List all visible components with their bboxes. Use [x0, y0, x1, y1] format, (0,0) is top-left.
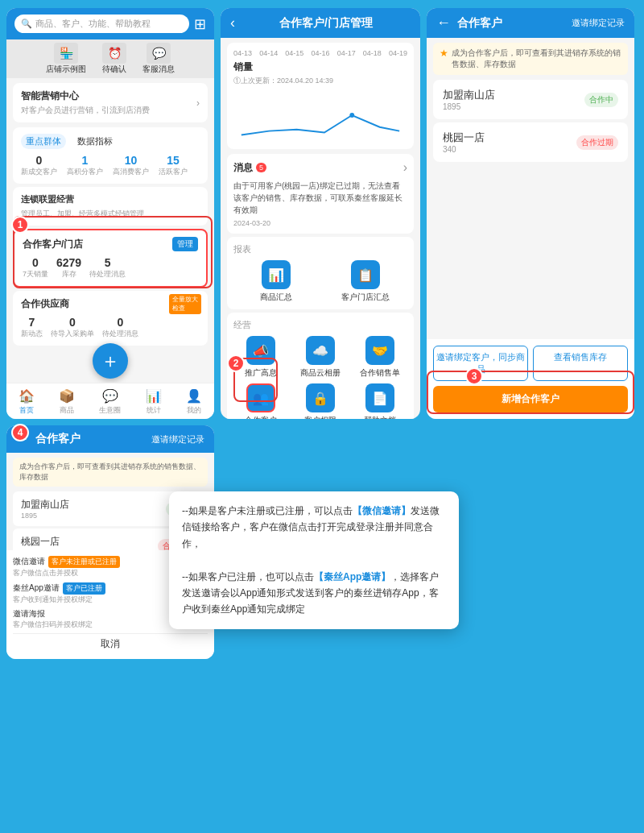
ops-cloud-album[interactable]: ☁️ 商品云相册: [293, 336, 348, 379]
step-badge-1: 1: [11, 216, 29, 234]
supplier-new-label: 新动态: [21, 329, 43, 339]
wechat-invite-sub: 客户微信点击并授权: [13, 568, 120, 578]
panel4-invite-record[interactable]: 邀请绑定记录: [151, 433, 204, 446]
cancel-btn[interactable]: 取消: [13, 633, 208, 654]
metric-new-label: 新成交客户: [21, 167, 57, 177]
home-icon: 🏠: [19, 388, 35, 404]
partner-sales-num: 0: [23, 256, 48, 269]
nav-stats[interactable]: 📊 统计: [146, 388, 162, 416]
tab-data-index[interactable]: 数据指标: [72, 134, 118, 149]
panel2-title: 合作客户/门店管理: [242, 16, 411, 31]
partner-sales-label: 7天销量: [23, 269, 48, 280]
report-item-customer[interactable]: 📋 客户门店汇总: [323, 260, 407, 303]
store-icon: 🏪: [54, 43, 78, 64]
panel2-header: ‹ 合作客户/门店管理: [221, 8, 420, 38]
metric-new-num: 0: [21, 154, 57, 167]
full-badge: 全量放大检查: [169, 294, 201, 314]
partner-pending-num: 5: [89, 256, 126, 269]
customer-service[interactable]: 💬 客服消息: [142, 43, 175, 75]
supplier-new: 7 新动态: [21, 316, 43, 339]
ops-help-doc[interactable]: 📄 帮助文档: [353, 383, 407, 419]
store-example[interactable]: 🏪 店铺示例图: [46, 43, 86, 75]
ops-promote-icon: 📣: [246, 336, 275, 365]
supplier-import: 0 待导入采购单: [51, 316, 94, 339]
partner-header: 合作客户/门店 管理: [23, 237, 198, 251]
search-bar[interactable]: 🔍 商品、客户、功能、帮助教程: [14, 15, 189, 33]
nav-home[interactable]: 🏠 首页: [19, 388, 35, 416]
app-invite-item[interactable]: 秦丝App邀请 客户已注册 客户收到通知并授权绑定: [13, 582, 105, 605]
nav-circle[interactable]: 💬 生意圈: [99, 388, 121, 416]
msg-arrow: ›: [403, 160, 407, 175]
app-invite-label: 秦丝App邀请: [13, 582, 60, 594]
partner-item-0[interactable]: 加盟南山店 1895 合作中: [433, 80, 628, 119]
supplier-import-label: 待导入采购单: [51, 329, 94, 339]
poster-invite-sub: 客户微信扫码并授权绑定: [13, 620, 93, 630]
partner-item-1[interactable]: 桃园一店 340 合作过期: [433, 122, 628, 162]
notice-banner: ★ 成为合作客户后，即可查看到其进销存系统的销售数据、库存数据: [433, 43, 628, 75]
qr-icon[interactable]: ⊞: [194, 15, 206, 33]
partner-sales: 0 7天销量: [23, 256, 48, 280]
supplier-metrics: 7 新动态 0 待导入采购单 0 待处理消息: [21, 316, 200, 339]
star-icon: ★: [440, 48, 448, 59]
partner-name-0: 加盟南山店: [443, 88, 495, 102]
invite-record-btn[interactable]: 邀请绑定记录: [572, 17, 625, 29]
cs-icon: 💬: [147, 43, 171, 64]
pending-confirm[interactable]: ⏰ 待确认: [102, 43, 126, 75]
partner-name-1: 桃园一店: [443, 131, 485, 145]
partner-mgmt-btn[interactable]: 管理: [172, 237, 198, 251]
panel4-notice-text: 成为合作客户后，即可查看到其进销存系统的销售数据、库存数据: [19, 462, 200, 481]
ops-sale-icon: 🤝: [365, 336, 394, 365]
report-goods-icon: 📊: [262, 260, 291, 289]
ops-grid: 📣 推广高息 ☁️ 商品云相册 🤝 合作销售单 👥 合作客户 🔒 客户权限 📄: [233, 336, 407, 419]
date-2: 04-15: [285, 49, 303, 57]
supplier-new-num: 7: [21, 316, 43, 329]
chain-sub: 管理员工、加盟、经营多模式经销管理: [21, 209, 200, 219]
supplier-pending-num: 0: [102, 316, 138, 329]
tooltip-popup: --如果是客户未注册或已注册，可以点击【微信邀请】发送微信链接给客户，客户在微信…: [169, 491, 459, 629]
tooltip-highlight-1: 【微信邀请】: [353, 505, 411, 516]
panel-partner-list: ← 合作客户 邀请绑定记录 ★ 成为合作客户后，即可查看到其进销存系统的销售数据…: [427, 8, 634, 419]
msg-date: 2024-03-20: [233, 219, 407, 227]
report-item-goods[interactable]: 📊 商品汇总: [233, 260, 318, 303]
marketing-section[interactable]: 智能营销中心 对客户会员进行营销，引流到店消费 ›: [13, 83, 208, 122]
view-stock-btn[interactable]: 查看销售库存: [533, 346, 628, 381]
wechat-invite-tag: 客户未注册或已注册: [48, 556, 120, 568]
panel4-name-0: 加盟南山店: [21, 498, 69, 512]
date-1: 04-14: [259, 49, 278, 57]
marketing-sub: 对客户会员进行营销，引流到店消费: [21, 105, 150, 116]
notice-text: 成为合作客户后，即可查看到其进销存系统的销售数据、库存数据: [452, 48, 621, 70]
supplier-title: 合作供应商: [21, 297, 69, 311]
step-badge-3: 3: [465, 367, 483, 385]
metric-spend-label: 高消费客户: [113, 167, 149, 177]
back-arrow-icon[interactable]: ‹: [230, 15, 235, 31]
nav-me[interactable]: 👤 我的: [186, 388, 202, 416]
panel3-back-icon[interactable]: ←: [436, 15, 451, 31]
partner-box[interactable]: 合作客户/门店 管理 0 7天销量 6279 库存 5 待处理消息: [13, 229, 208, 288]
me-icon: 👤: [186, 388, 202, 404]
partner-id-1: 340: [443, 145, 485, 154]
chain-title: 连锁联盟经营: [21, 193, 200, 205]
poster-invite-item[interactable]: 邀请海报 客户微信扫码并授权绑定: [13, 608, 93, 630]
ops-permission[interactable]: 🔒 客户权限: [293, 383, 348, 419]
bottom-nav: 🏠 首页 📦 商品 💬 生意圈 📊 统计 👤 我的: [6, 383, 214, 419]
ops-album-name: 商品云相册: [300, 367, 341, 379]
metric-active: 15 活跃客户: [159, 154, 188, 177]
tab-key-group[interactable]: 重点群体: [21, 134, 66, 149]
chart-dates: 04-13 04-14 04-15 04-16 04-17 04-18 04-1…: [233, 49, 407, 57]
ops-partner-sale[interactable]: 🤝 合作销售单: [353, 336, 407, 379]
nav-home-label: 首页: [19, 405, 34, 416]
tooltip-text-1: --如果是客户未注册或已注册，可以点击【微信邀请】发送微信链接给客户，客户在微信…: [182, 503, 446, 552]
wechat-invite-item[interactable]: 微信邀请 客户未注册或已注册 客户微信点击并授权: [13, 555, 120, 578]
msg-count-badge: 5: [256, 163, 266, 172]
msg-header: 消息 5 ›: [233, 160, 407, 175]
date-6: 04-19: [389, 49, 407, 57]
new-partner-btn[interactable]: 新增合作客户: [433, 386, 628, 412]
ops-album-icon: ☁️: [306, 336, 335, 365]
message-section: 消息 5 › 由于可用客户(桃园一店)绑定已过期，无法查看该客户的销售、库存数据…: [227, 154, 414, 234]
plus-button[interactable]: ＋: [93, 343, 128, 379]
status-tag-1: 合作过期: [576, 135, 618, 150]
metric-high-points: 1 高积分客户: [67, 154, 103, 177]
ops-partner-customer[interactable]: 👥 合作客户: [233, 383, 288, 419]
chart-title: 销量: [233, 60, 407, 74]
nav-goods[interactable]: 📦 商品: [59, 388, 75, 416]
